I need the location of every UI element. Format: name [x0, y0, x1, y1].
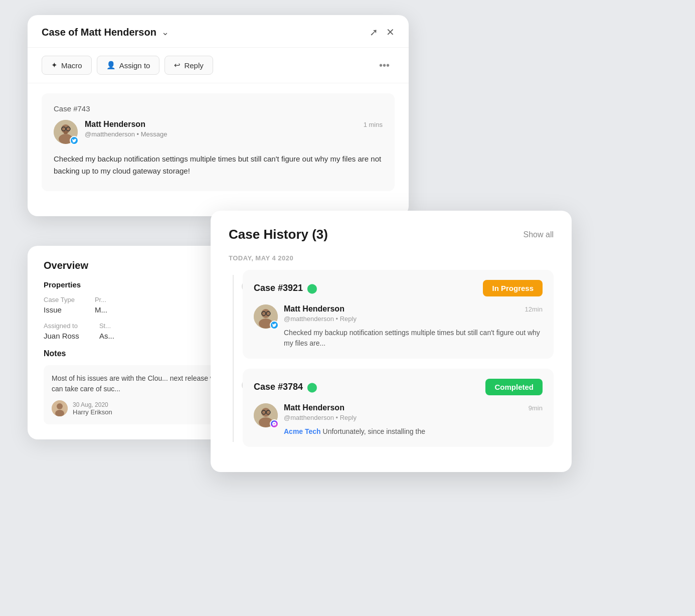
case-number: Case #743: [54, 104, 383, 113]
user-row: Matt Henderson 1 mins @matthenderson • M…: [54, 120, 383, 144]
reply-button[interactable]: ↩ Reply: [164, 56, 213, 75]
case-content: Case #743: [42, 93, 395, 191]
user-name-row: Matt Henderson 1 mins: [85, 120, 383, 129]
note-card: Most of his issues are with the Clou... …: [44, 365, 237, 424]
assign-label: Assign to: [119, 61, 150, 70]
avatar-wrap-2: [254, 403, 278, 427]
history-user-info-1: Matt Henderson 12min @matthenderson • Re…: [284, 304, 543, 349]
expand-icon[interactable]: ➚: [370, 26, 378, 38]
case-number-badge-1: Case #3921 ⬤: [254, 283, 317, 294]
timeline-item-1: Case #3921 ⬤ In Progress: [243, 270, 554, 359]
status-badge-completed: Completed: [485, 379, 543, 395]
avatar-wrap-1: [254, 304, 278, 329]
history-time-1: 12min: [525, 305, 543, 313]
note-date: 30 Aug, 2020: [73, 401, 112, 408]
case-number-badge-2: Case #3784 ⬤: [254, 382, 317, 393]
case-3921-number: Case #3921: [254, 283, 303, 293]
assign-icon: 👤: [106, 61, 116, 70]
date-label: TODAY, MAY 4 2020: [229, 254, 554, 262]
user-info: Matt Henderson 1 mins @matthenderson • M…: [85, 120, 383, 138]
history-user-name-2: Matt Henderson: [284, 403, 344, 412]
twitter-badge: [70, 136, 79, 145]
message-text: Checked my backup notification settings …: [54, 153, 383, 177]
history-message-1: Checked my backup notification settings …: [284, 328, 543, 349]
properties-title: Properties: [44, 280, 237, 289]
history-user-name-1: Matt Henderson: [284, 304, 344, 314]
assigned-prop: Assigned to Juan Ross St... As...: [44, 322, 237, 340]
scene: Case of Matt Henderson ⌄ ➚ ✕ ✦ Macro 👤 A…: [0, 0, 695, 616]
svg-rect-3: [64, 131, 68, 134]
user-handle: @matthenderson • Message: [85, 130, 383, 138]
star-icon-2: ⬤: [307, 382, 317, 393]
card-history: Case History (3) Show all TODAY, MAY 4 2…: [211, 211, 572, 472]
assign-button[interactable]: 👤 Assign to: [97, 56, 160, 75]
history-handle-2: @matthenderson • Reply: [284, 414, 543, 421]
history-case-card-1: Case #3921 ⬤ In Progress: [243, 270, 554, 359]
history-user-row-1: Matt Henderson 12min @matthenderson • Re…: [254, 304, 543, 349]
card-title: Case of Matt Henderson: [42, 27, 156, 38]
case-type-prop: Case Type Issue Pr... M...: [44, 296, 237, 314]
history-user-info-2: Matt Henderson 9min @matthenderson • Rep…: [284, 403, 543, 437]
star-icon-1: ⬤: [307, 283, 317, 294]
twitter-badge-1: [270, 321, 279, 330]
note-text: Most of his issues are with the Clou... …: [52, 373, 229, 394]
timeline-item-2: Case #3784 ⬤ Completed: [243, 369, 554, 447]
macro-button[interactable]: ✦ Macro: [42, 56, 92, 75]
timeline: Case #3921 ⬤ In Progress: [229, 270, 554, 447]
more-button[interactable]: •••: [374, 57, 395, 74]
priority-value: M...: [95, 305, 107, 314]
card-header: Case of Matt Henderson ⌄ ➚ ✕: [28, 15, 409, 48]
overview-title: Overview: [44, 260, 237, 271]
notes-title: Notes: [44, 349, 237, 358]
history-handle-1: @matthenderson • Reply: [284, 315, 543, 323]
user-name: Matt Henderson: [85, 120, 145, 129]
status-label: St...: [99, 322, 114, 330]
history-case-header-2: Case #3784 ⬤ Completed: [254, 379, 543, 395]
history-title: Case History (3): [229, 227, 328, 242]
status-badge-in-progress: In Progress: [483, 280, 543, 296]
assigned-value: Juan Ross: [44, 332, 79, 340]
close-icon[interactable]: ✕: [386, 26, 395, 38]
card-title-group: Case of Matt Henderson ⌄: [42, 27, 169, 38]
reply-icon: ↩: [174, 61, 181, 70]
acme-link[interactable]: Acme Tech: [284, 427, 321, 435]
macro-label: Macro: [61, 61, 82, 70]
history-message-2: Acme Tech Unfortunately, since installin…: [284, 426, 543, 437]
macro-icon: ✦: [51, 61, 58, 70]
history-header: Case History (3) Show all: [229, 227, 554, 242]
assigned-label: Assigned to: [44, 322, 79, 330]
svg-point-8: [57, 403, 63, 409]
chevron-down-icon[interactable]: ⌄: [161, 27, 169, 38]
history-case-card-2: Case #3784 ⬤ Completed: [243, 369, 554, 447]
card-main: Case of Matt Henderson ⌄ ➚ ✕ ✦ Macro 👤 A…: [28, 15, 409, 216]
reply-label: Reply: [184, 61, 203, 70]
show-all-button[interactable]: Show all: [524, 230, 554, 239]
time-label: 1 mins: [364, 121, 383, 128]
note-author-row: 30 Aug, 2020 Harry Erikson: [52, 400, 229, 416]
note-avatar: [52, 400, 68, 416]
avatar-wrap: [54, 120, 78, 144]
case-3784-number: Case #3784: [254, 382, 303, 392]
case-type-value: Issue: [44, 305, 75, 314]
history-case-header-1: Case #3921 ⬤ In Progress: [254, 280, 543, 296]
history-time-2: 9min: [529, 404, 543, 412]
priority-label: Pr...: [95, 296, 107, 303]
case-type-label: Case Type: [44, 296, 75, 303]
history-user-row-2: Matt Henderson 9min @matthenderson • Rep…: [254, 403, 543, 437]
header-actions: ➚ ✕: [370, 26, 395, 38]
note-author: Harry Erikson: [73, 408, 112, 416]
status-value: As...: [99, 332, 114, 340]
toolbar: ✦ Macro 👤 Assign to ↩ Reply •••: [28, 48, 409, 83]
messenger-badge-2: [270, 419, 279, 428]
